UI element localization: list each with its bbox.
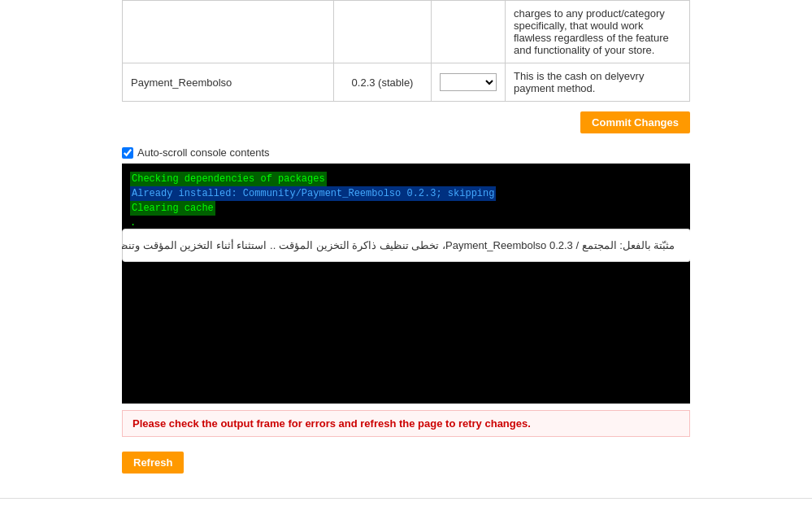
console-line: Already installed: Community/Payment_Ree… (130, 186, 496, 201)
select-cell[interactable] (432, 63, 506, 102)
autoscroll-checkbox[interactable] (122, 147, 133, 159)
version-cell: 0.2.3 (stable) (334, 63, 432, 102)
select-cell (432, 1, 506, 63)
console-output: Checking dependencies of packages Alread… (122, 164, 690, 404)
autoscroll-row: Auto-scroll console contents (0, 143, 812, 164)
version-select[interactable] (440, 73, 497, 91)
console-popup-text: مثبّتة بالفعل: المجتمع / Payment_Reembol… (122, 239, 675, 251)
error-message: Please check the output frame for errors… (132, 417, 531, 430)
console-section: Checking dependencies of packages Alread… (0, 164, 812, 404)
version-select-wrapper (440, 73, 497, 91)
partial-description: charges to any product/category specific… (514, 7, 669, 56)
version-cell (334, 1, 432, 63)
error-box: Please check the output frame for errors… (122, 410, 690, 437)
package-table: charges to any product/category specific… (122, 0, 690, 102)
console-line: Checking dependencies of packages (130, 172, 327, 186)
description-cell: charges to any product/category specific… (506, 1, 690, 63)
package-description: This is the cash on delyevry payment met… (514, 70, 644, 94)
package-name-cell (123, 1, 334, 63)
description-cell: This is the cash on delyevry payment met… (506, 63, 690, 102)
footer: Help Us to Keep Magento Healthy - Report… (0, 498, 812, 515)
console-popup: مثبّتة بالفعل: المجتمع / Payment_Reembol… (122, 229, 690, 262)
package-name-cell: Payment_Reembolso (123, 63, 334, 102)
table-row: Payment_Reembolso 0.2.3 (stable) This is… (123, 63, 690, 102)
version-text: 0.2.3 (stable) (352, 76, 414, 89)
package-name: Payment_Reembolso (131, 76, 232, 89)
table-row: charges to any product/category specific… (123, 1, 690, 63)
commit-row: Commit Changes (0, 102, 812, 143)
refresh-row: Refresh (0, 443, 812, 482)
autoscroll-label[interactable]: Auto-scroll console contents (137, 146, 270, 159)
error-row: Please check the output frame for errors… (0, 404, 812, 443)
package-table-section: charges to any product/category specific… (0, 0, 812, 102)
refresh-button[interactable]: Refresh (122, 452, 184, 474)
console-line: Clearing cache (130, 201, 215, 216)
page-wrapper: charges to any product/category specific… (0, 0, 812, 515)
commit-button[interactable]: Commit Changes (580, 111, 690, 133)
